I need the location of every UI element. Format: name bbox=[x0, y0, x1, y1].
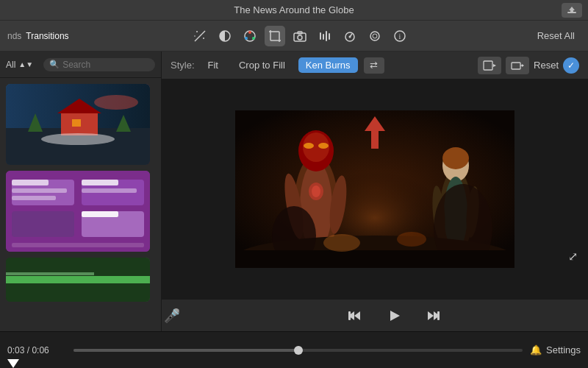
color-icon[interactable] bbox=[215, 26, 235, 46]
svg-point-66 bbox=[312, 185, 320, 197]
svg-marker-90 bbox=[354, 311, 360, 320]
timeline-handle[interactable] bbox=[294, 346, 303, 355]
crop-to-fill-button[interactable]: Crop to Fill bbox=[232, 57, 293, 73]
list-item[interactable] bbox=[6, 258, 150, 302]
svg-point-37 bbox=[41, 133, 115, 145]
reset-all-button[interactable]: Reset All bbox=[531, 27, 581, 44]
current-time: 0:03 / 0:06 bbox=[7, 345, 66, 355]
svg-rect-51 bbox=[82, 211, 118, 217]
play-button[interactable] bbox=[382, 304, 406, 328]
ken-burns-button[interactable]: Ken Burns bbox=[298, 57, 358, 73]
timeline-scrubber[interactable] bbox=[74, 349, 523, 352]
magic-icon[interactable] bbox=[190, 26, 210, 46]
skip-back-button[interactable] bbox=[344, 305, 365, 326]
stabilize-small-icon[interactable] bbox=[506, 57, 529, 74]
info-icon[interactable]: i bbox=[390, 26, 410, 46]
svg-rect-20 bbox=[320, 32, 321, 40]
playhead bbox=[7, 359, 19, 368]
fit-button[interactable]: Fit bbox=[201, 57, 226, 73]
color-wheel-icon[interactable] bbox=[240, 26, 260, 46]
volume-icon: 🔔 bbox=[530, 344, 542, 355]
svg-rect-44 bbox=[12, 188, 67, 193]
svg-point-70 bbox=[318, 143, 329, 149]
svg-rect-45 bbox=[12, 196, 56, 200]
stabilize-icon[interactable] bbox=[365, 26, 385, 46]
svg-point-88 bbox=[397, 232, 426, 247]
svg-rect-48 bbox=[82, 188, 137, 193]
audio-icon[interactable] bbox=[315, 26, 335, 46]
window-title: The News Around the Globe bbox=[234, 4, 354, 15]
reset-button[interactable]: Reset bbox=[534, 60, 559, 71]
filter-chevron-icon: ▲▼ bbox=[18, 60, 33, 68]
svg-marker-89 bbox=[365, 116, 385, 149]
body-area: All ▲▼ 🔍 bbox=[0, 52, 588, 331]
camera-icon[interactable] bbox=[290, 26, 310, 46]
svg-point-18 bbox=[298, 35, 302, 40]
video-frame bbox=[235, 110, 514, 268]
svg-point-11 bbox=[245, 37, 248, 40]
left-panel-header: All ▲▼ 🔍 bbox=[0, 52, 161, 78]
svg-marker-57 bbox=[493, 64, 496, 67]
filter-all-button[interactable]: All ▲▼ bbox=[6, 60, 33, 70]
svg-marker-60 bbox=[522, 64, 524, 67]
style-bar: Style: Fit Crop to Fill Ken Burns ⇄ bbox=[162, 52, 588, 79]
svg-rect-86 bbox=[235, 250, 514, 268]
timeline: 0:03 / 0:06 🔔 Settings bbox=[0, 331, 588, 368]
svg-line-2 bbox=[195, 34, 202, 41]
list-item[interactable] bbox=[6, 171, 150, 252]
svg-point-28 bbox=[373, 34, 377, 38]
svg-rect-47 bbox=[82, 180, 118, 185]
svg-point-27 bbox=[370, 32, 379, 40]
svg-rect-23 bbox=[329, 33, 330, 40]
svg-point-40 bbox=[94, 95, 138, 110]
svg-rect-22 bbox=[326, 31, 327, 41]
svg-marker-93 bbox=[390, 311, 400, 321]
svg-point-4 bbox=[196, 31, 198, 32]
timeline-progress bbox=[74, 349, 298, 352]
svg-marker-94 bbox=[428, 311, 434, 320]
title-bar: The News Around the Globe bbox=[0, 0, 588, 21]
swap-icon[interactable]: ⇄ bbox=[364, 57, 384, 74]
svg-rect-55 bbox=[6, 272, 94, 275]
speed-icon[interactable] bbox=[340, 26, 360, 46]
svg-rect-96 bbox=[437, 311, 440, 320]
fullscreen-button[interactable]: ⤢ bbox=[568, 250, 578, 263]
svg-rect-21 bbox=[323, 34, 324, 40]
svg-rect-52 bbox=[12, 243, 144, 247]
search-icon: 🔍 bbox=[49, 60, 60, 69]
skip-forward-button[interactable] bbox=[423, 305, 444, 326]
style-right-buttons: Reset ✓ bbox=[478, 57, 579, 74]
svg-rect-43 bbox=[12, 180, 49, 185]
search-box[interactable]: 🔍 bbox=[43, 58, 155, 71]
toolbar: nds Transitions bbox=[0, 21, 588, 52]
svg-point-5 bbox=[203, 38, 204, 39]
editor-panel: Style: Fit Crop to Fill Ken Burns ⇄ bbox=[162, 52, 588, 331]
playback-controls: 🎤 bbox=[162, 299, 588, 331]
svg-line-3 bbox=[202, 31, 205, 34]
svg-point-69 bbox=[304, 143, 314, 149]
mic-button[interactable]: 🎤 bbox=[162, 305, 182, 326]
video-size-icon[interactable] bbox=[478, 57, 501, 74]
svg-rect-0 bbox=[567, 12, 576, 13]
svg-text:i: i bbox=[399, 32, 401, 40]
svg-rect-54 bbox=[6, 276, 150, 283]
video-preview: ⤢ bbox=[162, 79, 588, 299]
upload-button[interactable] bbox=[562, 3, 582, 18]
svg-point-77 bbox=[442, 147, 469, 169]
svg-point-10 bbox=[252, 37, 255, 40]
confirm-button[interactable]: ✓ bbox=[563, 57, 579, 74]
left-panel: All ▲▼ 🔍 bbox=[0, 52, 162, 331]
thumbnails-list bbox=[0, 78, 161, 331]
svg-rect-49 bbox=[12, 211, 74, 237]
style-label: Style: bbox=[171, 60, 195, 71]
svg-rect-36 bbox=[72, 119, 81, 127]
tab-sounds[interactable]: nds bbox=[7, 31, 21, 41]
search-input[interactable] bbox=[62, 60, 149, 70]
crop-icon[interactable] bbox=[265, 26, 285, 46]
settings-button[interactable]: Settings bbox=[546, 344, 581, 355]
tab-transitions[interactable]: Transitions bbox=[26, 31, 68, 41]
svg-point-9 bbox=[248, 31, 251, 34]
svg-marker-1 bbox=[569, 7, 575, 12]
list-item[interactable] bbox=[6, 84, 150, 165]
svg-point-26 bbox=[349, 35, 351, 38]
